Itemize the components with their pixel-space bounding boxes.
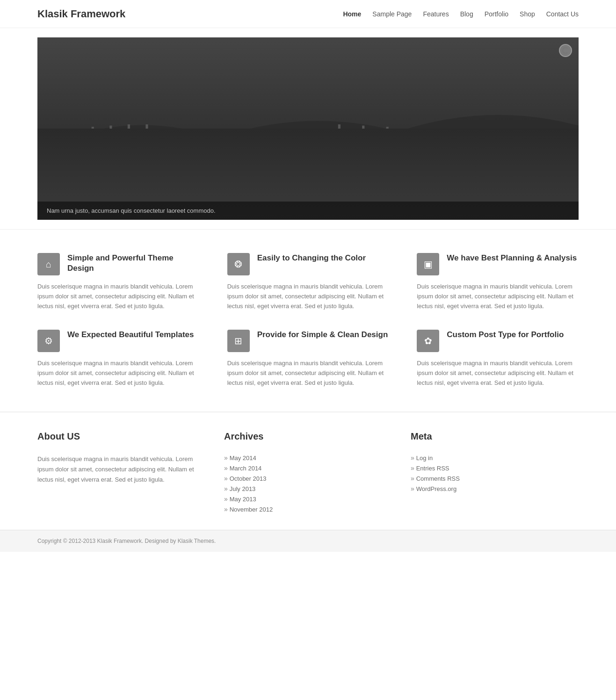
hero-section: Nam urna justo, accumsan quis consectetu…	[37, 37, 579, 220]
nav-item-shop[interactable]: Shop	[520, 10, 535, 18]
features-grid: ⌂Simple and Powerful Theme DesignDuis sc…	[37, 253, 579, 388]
archive-link[interactable]: March 2014	[230, 465, 262, 472]
feature-item-5: ✿Custom Post Type for PortfolioDuis scel…	[417, 330, 579, 388]
main-nav: HomeSample PageFeaturesBlogPortfolioShop…	[343, 10, 579, 18]
nav-item-features[interactable]: Features	[423, 10, 449, 18]
about-title: About US	[37, 431, 205, 447]
feature-desc-2: Duis scelerisque magna in mauris blandit…	[417, 282, 579, 311]
feature-title-5: Custom Post Type for Portfolio	[447, 330, 564, 340]
archive-link[interactable]: May 2014	[230, 455, 256, 462]
archive-link[interactable]: July 2013	[230, 485, 256, 492]
svg-rect-6	[128, 124, 130, 180]
meta-link[interactable]: Comments RSS	[416, 475, 460, 482]
feature-desc-0: Duis scelerisque magna in mauris blandit…	[37, 282, 199, 311]
feature-desc-3: Duis scelerisque magna in mauris blandit…	[37, 359, 199, 388]
svg-rect-4	[92, 127, 94, 180]
footer-meta: Meta Log inEntries RSSComments RSSWordPr…	[411, 431, 579, 516]
gear-icon: ⚙	[37, 330, 60, 352]
nav-item-contact-us[interactable]: Contact Us	[546, 10, 579, 18]
feature-title-3: We Expected Beautiful Templates	[67, 330, 194, 340]
archive-item: July 2013	[224, 485, 392, 492]
svg-rect-19	[337, 156, 463, 158]
meta-item: WordPress.org	[411, 485, 579, 492]
svg-rect-7	[145, 124, 148, 180]
footer-bottom: Copyright © 2012-2013 Klasik Framework. …	[0, 530, 616, 552]
feature-desc-5: Duis scelerisque magna in mauris blandit…	[417, 359, 579, 388]
meta-item: Entries RSS	[411, 464, 579, 472]
feature-item-1: ❂Easily to Changing the ColorDuis sceler…	[227, 253, 389, 311]
archive-item: May 2014	[224, 454, 392, 462]
windows-icon: ⊞	[227, 330, 250, 352]
svg-rect-9	[54, 144, 151, 146]
archive-link[interactable]: October 2013	[230, 475, 267, 482]
archive-item: March 2014	[224, 464, 392, 472]
feature-item-2: ▣We have Best Planning & AnalysisDuis sc…	[417, 253, 579, 311]
svg-rect-2	[56, 131, 58, 180]
feature-title-1: Easily to Changing the Color	[257, 253, 366, 263]
nav-item-home[interactable]: Home	[343, 10, 361, 18]
svg-rect-11	[338, 124, 341, 180]
footer-archives: Archives May 2014March 2014October 2013J…	[224, 431, 392, 516]
meta-item: Log in	[411, 454, 579, 462]
footer-about: About US Duis scelerisque magna in mauri…	[37, 431, 205, 516]
archives-list: May 2014March 2014October 2013July 2013M…	[224, 454, 392, 513]
meta-list: Log inEntries RSSComments RSSWordPress.o…	[411, 454, 579, 492]
nav-item-sample-page[interactable]: Sample Page	[372, 10, 412, 18]
svg-rect-5	[109, 126, 112, 180]
meta-link[interactable]: Log in	[416, 455, 433, 462]
meta-title: Meta	[411, 431, 579, 447]
feature-item-0: ⌂Simple and Powerful Theme DesignDuis sc…	[37, 253, 199, 311]
feature-item-4: ⊞Provide for Simple & Clean DesignDuis s…	[227, 330, 389, 388]
site-logo[interactable]: Klasik Framework	[37, 8, 125, 20]
footer-content: About US Duis scelerisque magna in mauri…	[0, 412, 616, 530]
svg-rect-3	[73, 129, 76, 180]
features-section: ⌂Simple and Powerful Theme DesignDuis sc…	[0, 229, 616, 412]
feature-title-4: Provide for Simple & Clean Design	[257, 330, 388, 340]
svg-rect-17	[337, 130, 463, 133]
meta-item: Comments RSS	[411, 475, 579, 482]
archive-link[interactable]: May 2013	[230, 496, 256, 503]
feature-item-3: ⚙We Expected Beautiful TemplatesDuis sce…	[37, 330, 199, 388]
hero-caption: Nam urna justo, accumsan quis consectetu…	[37, 202, 579, 220]
feature-title-2: We have Best Planning & Analysis	[447, 253, 577, 263]
archive-item: May 2013	[224, 495, 392, 503]
archive-link[interactable]: November 2012	[230, 506, 273, 513]
meta-link[interactable]: Entries RSS	[416, 465, 449, 472]
feature-title-0: Simple and Powerful Theme Design	[67, 253, 199, 274]
nav-item-portfolio[interactable]: Portfolio	[485, 10, 508, 18]
leaf-icon: ✿	[417, 330, 439, 352]
archive-item: October 2013	[224, 475, 392, 482]
copyright-text: Copyright © 2012-2013 Klasik Framework. …	[37, 538, 216, 544]
svg-rect-16	[458, 135, 461, 180]
svg-rect-0	[37, 37, 579, 220]
svg-rect-12	[362, 126, 364, 180]
house-icon: ⌂	[37, 253, 60, 275]
svg-rect-8	[54, 130, 151, 133]
svg-rect-15	[434, 131, 436, 180]
hero-svg	[37, 37, 579, 220]
archive-item: November 2012	[224, 505, 392, 513]
briefcase-icon: ▣	[417, 253, 439, 275]
svg-rect-13	[386, 127, 389, 180]
svg-rect-18	[337, 144, 463, 146]
hero-pause-button[interactable]	[559, 44, 572, 57]
feature-desc-1: Duis scelerisque magna in mauris blandit…	[227, 282, 389, 311]
svg-rect-10	[54, 156, 151, 158]
meta-link[interactable]: WordPress.org	[416, 485, 457, 492]
archives-title: Archives	[224, 431, 392, 447]
cloud-icon: ❂	[227, 253, 250, 275]
feature-desc-4: Duis scelerisque magna in mauris blandit…	[227, 359, 389, 388]
svg-rect-14	[410, 129, 413, 180]
hero-image	[37, 37, 579, 220]
header: Klasik Framework HomeSample PageFeatures…	[0, 0, 616, 28]
nav-item-blog[interactable]: Blog	[460, 10, 473, 18]
about-text: Duis scelerisque magna in mauris blandit…	[37, 454, 205, 485]
